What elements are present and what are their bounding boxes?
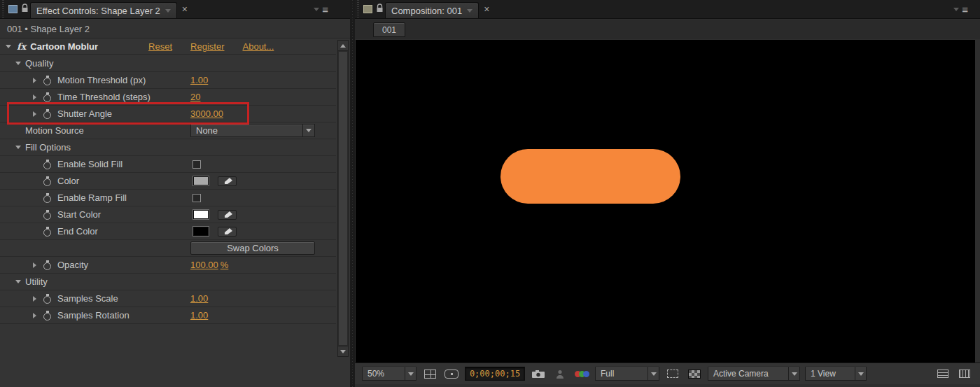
fast-previews-icon[interactable] [956, 367, 973, 381]
tab-title: Composition: 001 [391, 6, 462, 16]
composition-viewport[interactable] [356, 40, 975, 363]
property-label: Motion Source [25, 125, 84, 136]
effect-controls-tabbar: Effect Controls: Shape Layer 2 × ≡ [0, 0, 350, 19]
property-value[interactable]: 3000.00 [190, 108, 223, 119]
grid-and-guides-icon[interactable] [421, 367, 438, 381]
composition-toolbar: 50% 0;00;00;15 Full Active Camera [355, 363, 980, 384]
property-label: Enable Solid Fill [57, 159, 122, 169]
comp-tab-001[interactable]: 001 [373, 22, 405, 37]
panel-grip[interactable] [355, 0, 360, 18]
zoom-value: 50% [363, 369, 405, 379]
orange-pill-shape[interactable] [500, 149, 680, 204]
tab-chevron-down-icon[interactable] [467, 9, 472, 13]
region-of-interest-icon[interactable] [664, 367, 681, 381]
property-value[interactable]: 1.00 [190, 310, 208, 321]
expand-arrow-icon[interactable] [33, 111, 36, 117]
stopwatch-icon[interactable] [43, 92, 52, 102]
view-layout-value: 1 View [806, 369, 855, 379]
effect-collapse-icon[interactable] [6, 45, 11, 48]
panel-grip[interactable] [0, 0, 6, 18]
property-label: Opacity [57, 260, 88, 270]
expand-arrow-icon[interactable] [33, 78, 36, 83]
swap-colors-button[interactable]: Swap Colors [190, 241, 315, 255]
view-layout-dropdown[interactable]: 1 View [805, 367, 867, 381]
lock-icon[interactable] [376, 3, 384, 15]
color-swatch[interactable] [193, 176, 209, 185]
tab-chevron-down-icon[interactable] [165, 9, 171, 13]
property-label: Enable Ramp Fill [57, 192, 127, 203]
stopwatch-icon[interactable] [43, 311, 52, 321]
group-row-utility: Utility [0, 274, 336, 290]
dropdown-value: None [191, 125, 302, 136]
panel-icon [363, 5, 372, 13]
effect-name[interactable]: Cartoon Moblur [30, 41, 98, 52]
stopwatch-icon[interactable] [43, 160, 52, 169]
collapse-icon[interactable] [15, 62, 21, 65]
tab-composition[interactable]: Composition: 001 [385, 2, 479, 18]
stopwatch-icon[interactable] [43, 109, 52, 119]
stopwatch-icon[interactable] [43, 227, 52, 237]
scroll-up-icon[interactable] [338, 41, 348, 51]
stopwatch-icon[interactable] [43, 176, 52, 186]
close-icon[interactable]: × [181, 4, 188, 14]
scroll-down-icon[interactable] [338, 346, 348, 356]
pixel-aspect-correction-icon[interactable] [934, 367, 951, 381]
after-effects-window: Effect Controls: Shape Layer 2 × ≡ 001 •… [0, 0, 980, 387]
property-row-start-color: Start Color [0, 206, 336, 223]
property-row-swap-colors: Swap Colors [0, 240, 336, 257]
stopwatch-icon[interactable] [43, 260, 52, 270]
panel-menu-button[interactable]: ≡ [951, 3, 970, 16]
end-color-swatch[interactable] [193, 227, 209, 236]
property-value[interactable]: 1.00 [190, 293, 208, 304]
resolution-dropdown[interactable]: Full [595, 367, 659, 381]
panel-splitter[interactable] [350, 0, 355, 387]
lock-icon[interactable] [21, 3, 29, 15]
eyedropper-icon[interactable] [218, 176, 237, 186]
chevron-down-icon [405, 367, 416, 380]
enable-solid-fill-checkbox[interactable] [192, 160, 201, 169]
collapse-icon[interactable] [15, 146, 21, 149]
chevron-down-icon [648, 367, 659, 380]
expand-arrow-icon[interactable] [33, 262, 36, 268]
reset-link[interactable]: Reset [148, 41, 172, 52]
expand-arrow-icon[interactable] [33, 296, 36, 302]
stopwatch-icon[interactable] [43, 193, 52, 203]
stopwatch-icon[interactable] [43, 294, 52, 304]
breadcrumb-layer-line: 001 • Shape Layer 2 [0, 20, 350, 38]
effect-header: fx Cartoon Moblur Reset Register About..… [0, 38, 336, 55]
motion-source-dropdown[interactable]: None [190, 124, 315, 137]
zoom-dropdown[interactable]: 50% [362, 367, 416, 381]
property-label: Shutter Angle [57, 108, 112, 119]
collapse-icon[interactable] [15, 280, 21, 283]
composition-panel: Composition: 001 × ≡ 001 50% 0;00;00;15 [355, 0, 980, 387]
close-icon[interactable]: × [483, 4, 490, 14]
vertical-scrollbar[interactable] [337, 40, 349, 357]
transparency-grid-icon[interactable] [686, 367, 703, 381]
eyedropper-icon[interactable] [218, 210, 237, 220]
active-camera-dropdown[interactable]: Active Camera [708, 367, 800, 381]
stopwatch-icon[interactable] [43, 210, 52, 220]
show-snapshot-icon[interactable] [552, 367, 568, 381]
property-value[interactable]: 20 [190, 92, 200, 102]
snapshot-camera-icon[interactable] [530, 367, 547, 381]
property-value[interactable]: 100.00 [190, 260, 218, 270]
scrollbar-thumb[interactable] [339, 52, 347, 345]
expand-arrow-icon[interactable] [33, 313, 36, 318]
enable-ramp-fill-checkbox[interactable] [192, 194, 201, 202]
eyedropper-icon[interactable] [218, 227, 237, 237]
register-link[interactable]: Register [190, 41, 224, 52]
property-row-end-color: End Color [0, 223, 336, 240]
stopwatch-icon[interactable] [43, 76, 52, 85]
current-time-field[interactable]: 0;00;00;15 [465, 367, 525, 381]
expand-arrow-icon[interactable] [33, 94, 36, 100]
panel-menu-button[interactable]: ≡ [311, 3, 330, 16]
effect-controls-panel: Effect Controls: Shape Layer 2 × ≡ 001 •… [0, 0, 350, 387]
property-label: Samples Scale [57, 293, 118, 304]
tab-effect-controls[interactable]: Effect Controls: Shape Layer 2 [30, 2, 177, 18]
safe-zones-icon[interactable] [443, 367, 460, 381]
property-value[interactable]: 1.00 [190, 75, 208, 85]
property-row-enable-ramp-fill: Enable Ramp Fill [0, 190, 336, 206]
start-color-swatch[interactable] [193, 210, 209, 219]
show-channel-icon[interactable] [573, 367, 590, 381]
about-link[interactable]: About... [243, 41, 274, 52]
